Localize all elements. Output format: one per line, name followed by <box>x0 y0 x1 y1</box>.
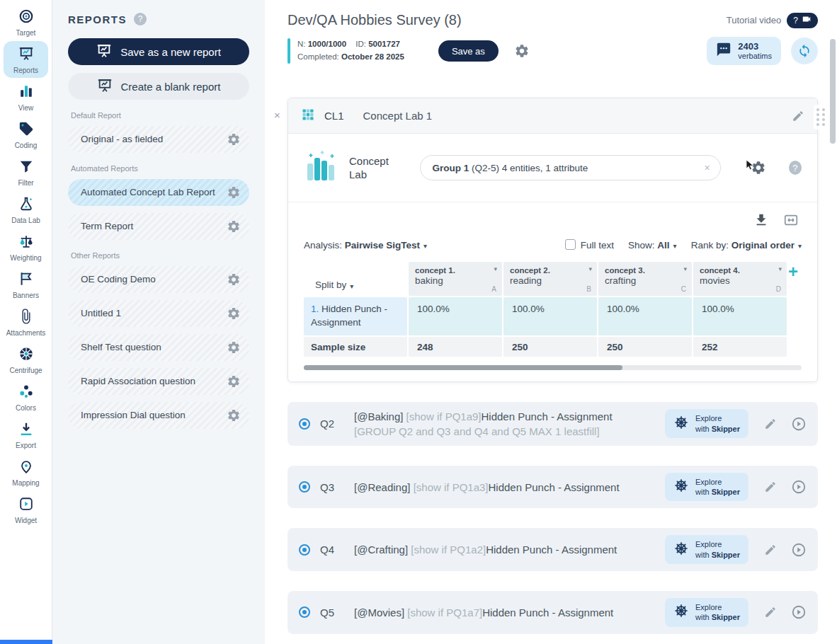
table-horizontal-scrollbar[interactable] <box>304 365 802 370</box>
rank-by-dropdown[interactable]: Rank by: Original order <box>691 240 802 251</box>
drag-handle[interactable] <box>814 105 828 130</box>
rail-item-coding[interactable]: Coding <box>4 116 48 153</box>
rail-item-view[interactable]: View <box>4 79 48 115</box>
save-as-button[interactable]: Save as <box>438 40 499 62</box>
grid-icon <box>301 108 315 125</box>
gear-icon[interactable] <box>227 272 241 287</box>
tutorial-video-badge[interactable]: ? <box>787 13 818 28</box>
play-circle-icon[interactable] <box>791 479 807 495</box>
explore-with-skipper-button[interactable]: Explore with Skipper <box>665 473 748 502</box>
refresh-button[interactable] <box>791 38 818 64</box>
question-row-q3[interactable]: Q3 [@Reading] [show if PQ1a3]Hidden Punc… <box>287 466 818 509</box>
report-item-shelf-test-question[interactable]: Shelf Test question <box>68 334 249 361</box>
report-settings-gear-icon[interactable] <box>514 43 530 59</box>
question-row-q4[interactable]: Q4 [@Crafting] [show if PQ1a2]Hidden Pun… <box>287 528 818 571</box>
report-item-term-report[interactable]: Term Report <box>68 213 249 240</box>
rail-item-data-lab[interactable]: Data Lab <box>4 191 48 228</box>
resize-width-icon[interactable] <box>782 212 800 228</box>
report-item-original-as-fielded[interactable]: Original - as fielded <box>68 126 249 153</box>
full-text-checkbox[interactable] <box>565 239 576 250</box>
play-circle-icon[interactable] <box>791 604 807 620</box>
report-item-rapid-association-question[interactable]: Rapid Association question <box>68 368 249 395</box>
column-header-concept-4[interactable]: concept 4.moviesD <box>693 262 787 296</box>
edit-pencil-icon[interactable] <box>764 481 777 493</box>
play-circle-icon[interactable] <box>791 542 807 558</box>
rail-item-weighting[interactable]: Weighting <box>4 229 48 265</box>
sort-caret-icon[interactable] <box>683 265 687 272</box>
concept-lab-help-icon[interactable]: ? <box>789 161 802 175</box>
gear-icon[interactable] <box>227 374 241 389</box>
question-text: [@Crafting] [show if PQ1a2]Hidden Punch … <box>354 542 655 557</box>
explore-with-skipper-button[interactable]: Explore with Skipper <box>665 409 748 438</box>
group-select-dropdown[interactable]: Group 1 (Q2-5) 4 entities, 1 attribute × <box>420 155 720 180</box>
split-by-dropdown[interactable]: Split by <box>304 262 407 296</box>
chevron-down-icon <box>673 242 677 250</box>
column-header-concept-3[interactable]: concept 3.craftingC <box>598 262 692 296</box>
rail-item-export[interactable]: Export <box>4 416 48 453</box>
download-icon[interactable] <box>753 212 769 228</box>
column-header-concept-2[interactable]: concept 2.readingB <box>503 262 597 296</box>
scrollbar-thumb[interactable] <box>830 39 836 144</box>
radio-icon[interactable] <box>299 544 310 556</box>
rail-item-mapping[interactable]: Mapping <box>4 454 48 490</box>
report-item-untitled-1[interactable]: Untitled 1 <box>68 300 249 327</box>
add-column-button[interactable]: + <box>788 262 802 296</box>
edit-pencil-icon[interactable] <box>764 606 777 619</box>
tool-name: Concept Lab <box>349 154 392 182</box>
explore-with-skipper-button[interactable]: Explore with Skipper <box>665 535 748 564</box>
rail-item-target[interactable]: Target <box>4 4 48 40</box>
page-scrollbar[interactable] <box>830 0 836 644</box>
rail-item-colors[interactable]: Colors <box>4 379 48 415</box>
report-item-oe-coding-demo[interactable]: OE Coding Demo <box>68 266 249 293</box>
sort-caret-icon[interactable] <box>494 265 497 272</box>
verbatims-chip[interactable]: 2403 verbatims <box>707 37 781 65</box>
question-code: Q2 <box>320 418 344 430</box>
rail-item-attachments[interactable]: Attachments <box>4 304 48 340</box>
card-title: Concept Lab 1 <box>363 110 433 122</box>
explore-with-skipper-button[interactable]: Explore with Skipper <box>665 598 748 627</box>
gear-icon[interactable] <box>227 340 241 355</box>
row-label: 1. Hidden Punch - Assignment <box>304 297 407 335</box>
radio-icon[interactable] <box>299 481 310 493</box>
report-item-impression-dial-question[interactable]: Impression Dial question <box>68 402 249 429</box>
radio-icon[interactable] <box>299 418 310 430</box>
gear-icon[interactable] <box>227 219 241 234</box>
play-circle-icon[interactable] <box>791 416 807 432</box>
tutorial-video-link[interactable]: Tutorial video ? <box>727 13 818 28</box>
edit-pencil-icon[interactable] <box>764 544 777 556</box>
gear-icon[interactable] <box>227 132 241 146</box>
reports-icon <box>18 46 34 64</box>
show-dropdown[interactable]: Show: All <box>628 240 677 251</box>
card-close-icon[interactable]: × <box>274 109 280 121</box>
rail-item-filter[interactable]: Filter <box>4 154 48 190</box>
rail-item-centrifuge[interactable]: Centrifuge <box>4 341 48 378</box>
card-code: CL1 <box>324 110 344 122</box>
rail-item-banners[interactable]: Banners <box>4 266 48 303</box>
create-blank-report-button[interactable]: Create a blank report <box>68 73 249 100</box>
rail-item-reports[interactable]: Reports <box>4 41 48 78</box>
question-row-q2[interactable]: Q2 [@Baking] [show if PQ1a9]Hidden Punch… <box>287 402 818 446</box>
question-row-q5[interactable]: Q5 [@Movies] [show if PQ1a7]Hidden Punch… <box>287 591 818 634</box>
sample-size-cell: 250 <box>598 337 692 357</box>
report-item-automated-concept-lab[interactable]: Automated Concept Lab Report <box>68 179 249 206</box>
edit-pencil-icon[interactable] <box>764 418 777 430</box>
analysis-dropdown[interactable]: Analysis: Pairwise SigTest <box>304 240 427 251</box>
sort-caret-icon[interactable] <box>778 265 782 272</box>
scrollbar-thumb[interactable] <box>304 365 622 370</box>
save-as-new-report-button[interactable]: Save as a new report <box>68 38 249 65</box>
sample-size-cell: 252 <box>693 337 787 357</box>
question-code: Q3 <box>320 481 344 493</box>
radio-icon[interactable] <box>299 606 310 618</box>
reports-help-icon[interactable]: ? <box>134 13 147 25</box>
gear-icon[interactable] <box>227 185 241 200</box>
column-header-concept-1[interactable]: concept 1.bakingA <box>409 262 502 296</box>
rail-item-widget[interactable]: Widget <box>4 491 48 528</box>
full-text-toggle[interactable]: Full text <box>565 239 614 251</box>
edit-pencil-icon[interactable] <box>792 110 804 122</box>
sort-caret-icon[interactable] <box>588 265 592 272</box>
gear-icon[interactable] <box>227 306 241 321</box>
survey-meta: N: 1000/1000 ID: 5001727 Completed: Octo… <box>297 38 404 64</box>
clear-selection-icon[interactable]: × <box>705 162 710 173</box>
data-lab-icon <box>18 196 34 214</box>
gear-icon[interactable] <box>227 408 241 422</box>
